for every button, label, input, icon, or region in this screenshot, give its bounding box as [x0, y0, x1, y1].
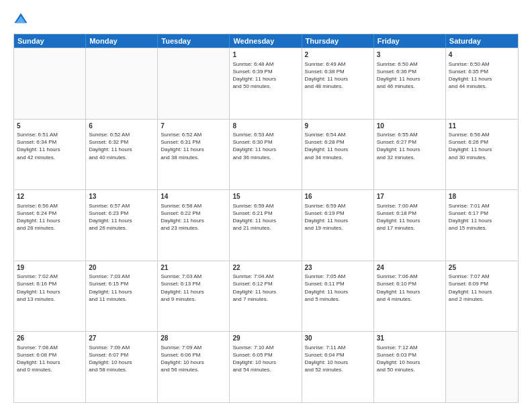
day-number: 15: [232, 192, 298, 201]
day-number: 29: [232, 334, 298, 343]
day-number: 31: [377, 334, 443, 343]
day-info: Sunrise: 7:12 AM Sunset: 6:03 PM Dayligh…: [377, 344, 443, 374]
day-info: Sunrise: 6:56 AM Sunset: 6:26 PM Dayligh…: [449, 131, 515, 161]
day-info: Sunrise: 6:57 AM Sunset: 6:23 PM Dayligh…: [89, 202, 154, 232]
calendar-cell-2: 2Sunrise: 6:49 AM Sunset: 6:38 PM Daylig…: [302, 48, 374, 119]
day-number: 19: [17, 263, 83, 273]
day-info: Sunrise: 7:09 AM Sunset: 6:06 PM Dayligh…: [161, 344, 226, 374]
day-number: 10: [377, 122, 443, 131]
calendar-cell-31: 31Sunrise: 7:12 AM Sunset: 6:03 PM Dayli…: [374, 332, 446, 402]
calendar-cell-empty-0-0: [14, 48, 86, 119]
day-number: 26: [17, 334, 83, 343]
day-number: 13: [89, 192, 154, 201]
day-number: 14: [161, 192, 226, 201]
day-number: 2: [305, 50, 371, 60]
day-number: 21: [161, 263, 226, 273]
calendar-cell-20: 20Sunrise: 7:03 AM Sunset: 6:15 PM Dayli…: [86, 261, 158, 332]
calendar-cell-26: 26Sunrise: 7:08 AM Sunset: 6:08 PM Dayli…: [14, 332, 86, 402]
day-info: Sunrise: 6:56 AM Sunset: 6:24 PM Dayligh…: [17, 202, 83, 232]
day-number: 6: [89, 122, 154, 131]
calendar-cell-3: 3Sunrise: 6:50 AM Sunset: 6:36 PM Daylig…: [374, 48, 446, 119]
calendar-row-2: 5Sunrise: 6:51 AM Sunset: 6:34 PM Daylig…: [14, 119, 518, 190]
calendar-cell-empty-4-6: [446, 332, 518, 402]
calendar-row-5: 26Sunrise: 7:08 AM Sunset: 6:08 PM Dayli…: [14, 331, 518, 402]
day-number: 12: [17, 192, 83, 201]
calendar-cell-22: 22Sunrise: 7:04 AM Sunset: 6:12 PM Dayli…: [230, 261, 302, 332]
day-number: 5: [17, 122, 83, 131]
day-info: Sunrise: 6:51 AM Sunset: 6:34 PM Dayligh…: [17, 131, 83, 161]
day-number: 16: [305, 192, 371, 201]
day-info: Sunrise: 7:02 AM Sunset: 6:16 PM Dayligh…: [17, 273, 83, 303]
day-number: 24: [377, 263, 443, 273]
calendar-cell-15: 15Sunrise: 6:59 AM Sunset: 6:21 PM Dayli…: [230, 190, 302, 261]
day-header-sunday: Sunday: [14, 34, 86, 48]
day-info: Sunrise: 7:01 AM Sunset: 6:17 PM Dayligh…: [449, 202, 515, 232]
calendar-cell-17: 17Sunrise: 7:00 AM Sunset: 6:18 PM Dayli…: [374, 190, 446, 261]
day-header-wednesday: Wednesday: [230, 34, 302, 48]
day-number: 23: [305, 263, 371, 273]
calendar-cell-12: 12Sunrise: 6:56 AM Sunset: 6:24 PM Dayli…: [14, 190, 86, 261]
calendar-cell-empty-0-2: [158, 48, 230, 119]
day-info: Sunrise: 7:11 AM Sunset: 6:04 PM Dayligh…: [305, 344, 371, 374]
logo: [13, 12, 31, 27]
calendar-cell-11: 11Sunrise: 6:56 AM Sunset: 6:26 PM Dayli…: [446, 120, 518, 190]
calendar-cell-27: 27Sunrise: 7:09 AM Sunset: 6:07 PM Dayli…: [86, 332, 158, 402]
day-info: Sunrise: 7:00 AM Sunset: 6:18 PM Dayligh…: [377, 202, 443, 232]
calendar-cell-10: 10Sunrise: 6:55 AM Sunset: 6:27 PM Dayli…: [374, 120, 446, 190]
calendar-cell-18: 18Sunrise: 7:01 AM Sunset: 6:17 PM Dayli…: [446, 190, 518, 261]
calendar-cell-28: 28Sunrise: 7:09 AM Sunset: 6:06 PM Dayli…: [158, 332, 230, 402]
day-info: Sunrise: 6:54 AM Sunset: 6:28 PM Dayligh…: [305, 131, 371, 161]
calendar-body: 1Sunrise: 6:48 AM Sunset: 6:39 PM Daylig…: [14, 48, 518, 402]
day-info: Sunrise: 6:52 AM Sunset: 6:31 PM Dayligh…: [161, 131, 226, 161]
day-info: Sunrise: 6:48 AM Sunset: 6:39 PM Dayligh…: [232, 60, 298, 91]
day-info: Sunrise: 6:49 AM Sunset: 6:38 PM Dayligh…: [305, 60, 371, 91]
calendar-cell-14: 14Sunrise: 6:58 AM Sunset: 6:22 PM Dayli…: [158, 190, 230, 261]
day-number: 28: [161, 334, 226, 343]
calendar-cell-25: 25Sunrise: 7:07 AM Sunset: 6:09 PM Dayli…: [446, 261, 518, 332]
calendar-row-4: 19Sunrise: 7:02 AM Sunset: 6:16 PM Dayli…: [14, 261, 518, 332]
calendar-cell-7: 7Sunrise: 6:52 AM Sunset: 6:31 PM Daylig…: [158, 120, 230, 190]
day-info: Sunrise: 7:09 AM Sunset: 6:07 PM Dayligh…: [89, 344, 154, 374]
calendar-cell-16: 16Sunrise: 6:59 AM Sunset: 6:19 PM Dayli…: [302, 190, 374, 261]
calendar-cell-6: 6Sunrise: 6:52 AM Sunset: 6:32 PM Daylig…: [86, 120, 158, 190]
day-info: Sunrise: 6:58 AM Sunset: 6:22 PM Dayligh…: [161, 202, 226, 232]
day-number: 22: [232, 263, 298, 273]
day-number: 8: [232, 122, 298, 131]
logo-icon: [13, 12, 28, 27]
calendar-cell-1: 1Sunrise: 6:48 AM Sunset: 6:39 PM Daylig…: [230, 48, 302, 119]
calendar-cell-13: 13Sunrise: 6:57 AM Sunset: 6:23 PM Dayli…: [86, 190, 158, 261]
calendar-cell-21: 21Sunrise: 7:03 AM Sunset: 6:13 PM Dayli…: [158, 261, 230, 332]
calendar-cell-8: 8Sunrise: 6:53 AM Sunset: 6:30 PM Daylig…: [230, 120, 302, 190]
header: [13, 12, 519, 27]
day-info: Sunrise: 6:55 AM Sunset: 6:27 PM Dayligh…: [377, 131, 443, 161]
day-info: Sunrise: 7:06 AM Sunset: 6:10 PM Dayligh…: [377, 273, 443, 303]
calendar-cell-9: 9Sunrise: 6:54 AM Sunset: 6:28 PM Daylig…: [302, 120, 374, 190]
calendar-cell-30: 30Sunrise: 7:11 AM Sunset: 6:04 PM Dayli…: [302, 332, 374, 402]
day-number: 9: [305, 122, 371, 131]
day-number: 17: [377, 192, 443, 201]
calendar-row-3: 12Sunrise: 6:56 AM Sunset: 6:24 PM Dayli…: [14, 189, 518, 261]
day-number: 30: [305, 334, 371, 343]
day-number: 7: [161, 122, 226, 131]
day-info: Sunrise: 6:52 AM Sunset: 6:32 PM Dayligh…: [89, 131, 154, 161]
calendar-cell-23: 23Sunrise: 7:05 AM Sunset: 6:11 PM Dayli…: [302, 261, 374, 332]
day-number: 4: [449, 50, 515, 60]
day-number: 25: [449, 263, 515, 273]
day-number: 27: [89, 334, 154, 343]
day-info: Sunrise: 7:10 AM Sunset: 6:05 PM Dayligh…: [232, 344, 298, 374]
day-info: Sunrise: 6:59 AM Sunset: 6:21 PM Dayligh…: [232, 202, 298, 232]
day-info: Sunrise: 7:03 AM Sunset: 6:15 PM Dayligh…: [89, 273, 154, 303]
calendar-header: SundayMondayTuesdayWednesdayThursdayFrid…: [14, 34, 518, 48]
day-info: Sunrise: 7:05 AM Sunset: 6:11 PM Dayligh…: [305, 273, 371, 303]
day-header-monday: Monday: [86, 34, 158, 48]
day-info: Sunrise: 6:50 AM Sunset: 6:36 PM Dayligh…: [377, 60, 443, 91]
day-info: Sunrise: 6:59 AM Sunset: 6:19 PM Dayligh…: [305, 202, 371, 232]
day-number: 11: [449, 122, 515, 131]
day-header-friday: Friday: [374, 34, 446, 48]
day-header-tuesday: Tuesday: [158, 34, 230, 48]
day-info: Sunrise: 7:08 AM Sunset: 6:08 PM Dayligh…: [17, 344, 83, 374]
day-info: Sunrise: 7:07 AM Sunset: 6:09 PM Dayligh…: [449, 273, 515, 303]
day-number: 20: [89, 263, 154, 273]
day-info: Sunrise: 7:04 AM Sunset: 6:12 PM Dayligh…: [232, 273, 298, 303]
calendar-cell-empty-0-1: [86, 48, 158, 119]
